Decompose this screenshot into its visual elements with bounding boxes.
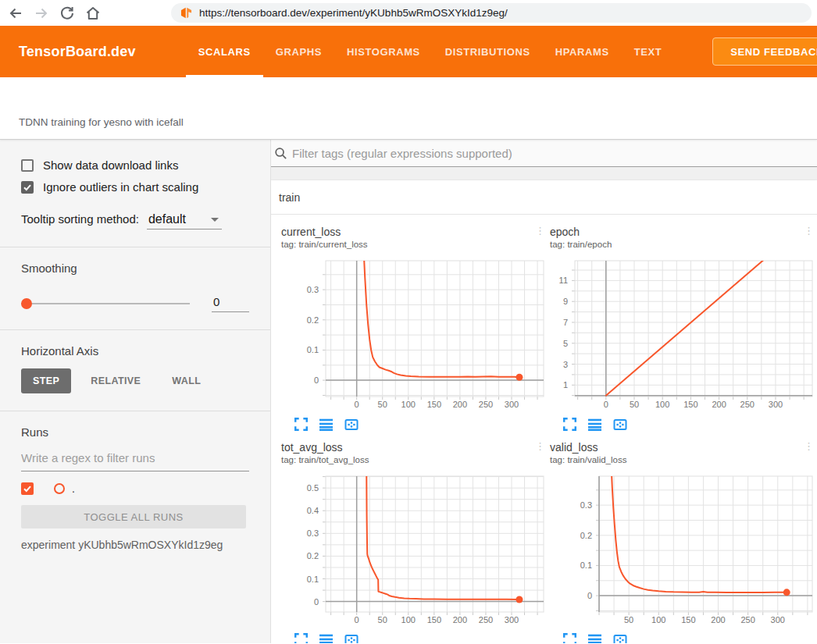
search-icon xyxy=(274,147,287,160)
fit-domain-icon[interactable] xyxy=(613,418,627,432)
chart-tag: tag: train/tot_avg_loss xyxy=(281,454,369,466)
url-bar[interactable]: https://tensorboard.dev/experiment/yKUbh… xyxy=(171,3,812,23)
fullscreen-icon[interactable] xyxy=(294,633,309,643)
log-scale-icon[interactable] xyxy=(319,633,334,643)
axis-button-relative[interactable]: RELATIVE xyxy=(79,368,152,393)
slider-thumb[interactable] xyxy=(21,298,32,309)
chart-title: tot_avg_loss xyxy=(281,441,369,454)
experiment-subtitle: TDNN training for yesno with icefall xyxy=(19,116,184,128)
tag-group-card: train current_loss tag: train/current_lo… xyxy=(271,180,817,643)
fit-domain-icon[interactable] xyxy=(344,633,359,643)
chart-tag: tag: train/current_loss xyxy=(281,239,368,251)
check-icon xyxy=(23,183,32,192)
svg-text:100: 100 xyxy=(655,400,669,409)
tab-graphs[interactable]: GRAPHS xyxy=(263,26,334,77)
fit-domain-icon[interactable] xyxy=(613,633,627,643)
chart-menu-icon[interactable]: ⋮ xyxy=(804,226,817,251)
tab-scalars[interactable]: SCALARS xyxy=(186,26,263,77)
show-download-links-checkbox[interactable] xyxy=(21,159,34,172)
horizontal-axis-button-group: STEPRELATIVEWALL xyxy=(21,368,249,393)
chart-actions xyxy=(550,633,817,643)
send-feedback-button[interactable]: SEND FEEDBACK xyxy=(712,37,817,66)
divider xyxy=(0,411,270,411)
svg-text:0: 0 xyxy=(314,375,319,385)
show-download-links-checkbox-row[interactable]: Show data download links xyxy=(21,158,249,172)
charts-grid: current_loss tag: train/current_loss ⋮ 0… xyxy=(271,215,817,643)
svg-text:0: 0 xyxy=(355,400,359,409)
svg-text:100: 100 xyxy=(401,400,416,409)
tag-filter-row xyxy=(271,140,817,167)
tag-group-header[interactable]: train xyxy=(271,180,817,215)
runs-label: Runs xyxy=(21,425,249,439)
divider xyxy=(0,247,270,247)
chart-title: epoch xyxy=(550,226,612,239)
show-download-links-label: Show data download links xyxy=(43,158,178,172)
chart-menu-icon[interactable]: ⋮ xyxy=(535,226,550,251)
back-icon[interactable] xyxy=(8,5,23,21)
svg-text:0: 0 xyxy=(314,597,319,607)
log-scale-icon[interactable] xyxy=(588,418,602,432)
chart-plot-area[interactable]: 0501001502002503001357911 xyxy=(550,257,814,413)
ignore-outliers-checkbox[interactable] xyxy=(21,181,34,194)
chart-plot-area[interactable]: 05010015020025030000.10.20.30.40.5 xyxy=(281,472,545,628)
chart-tag: tag: train/valid_loss xyxy=(550,454,626,466)
svg-text:250: 250 xyxy=(740,400,755,409)
tab-distributions[interactable]: DISTRIBUTIONS xyxy=(433,26,543,77)
smoothing-value-input[interactable]: 0 xyxy=(212,295,249,312)
svg-text:0: 0 xyxy=(587,591,592,600)
log-scale-icon[interactable] xyxy=(588,633,602,643)
svg-text:50: 50 xyxy=(378,400,387,409)
svg-text:200: 200 xyxy=(712,400,726,409)
log-scale-icon[interactable] xyxy=(319,418,334,432)
reload-icon[interactable] xyxy=(59,5,75,21)
svg-text:150: 150 xyxy=(683,400,697,409)
fullscreen-icon[interactable] xyxy=(294,418,309,432)
fullscreen-icon[interactable] xyxy=(563,633,577,643)
smoothing-slider[interactable] xyxy=(21,298,190,309)
runs-filter-input[interactable] xyxy=(21,448,249,471)
chart-actions xyxy=(550,418,817,435)
svg-text:300: 300 xyxy=(505,400,519,409)
svg-text:300: 300 xyxy=(505,615,519,624)
svg-text:250: 250 xyxy=(740,615,755,624)
svg-text:200: 200 xyxy=(711,615,725,624)
chart-menu-icon[interactable]: ⋮ xyxy=(535,441,550,466)
chart-plot-area[interactable]: 05010015020025030000.10.20.3 xyxy=(281,257,545,413)
chart-plot-area[interactable]: 5010015020025030000.10.20.3 xyxy=(550,472,814,628)
tooltip-sorting-dropdown[interactable]: default xyxy=(147,212,222,229)
scalar-chart-card-valid_loss: valid_loss tag: train/valid_loss ⋮ 50100… xyxy=(550,441,817,643)
scalar-chart-card-tot_avg_loss: tot_avg_loss tag: train/tot_avg_loss ⋮ 0… xyxy=(281,441,550,643)
slider-track[interactable] xyxy=(21,303,190,304)
svg-text:250: 250 xyxy=(479,400,493,409)
svg-text:0: 0 xyxy=(355,615,359,624)
svg-text:50: 50 xyxy=(624,615,633,624)
svg-text:0.2: 0.2 xyxy=(580,531,592,540)
app-header: TensorBoard.dev SCALARSGRAPHSHISTOGRAMSD… xyxy=(0,26,817,77)
axis-button-step[interactable]: STEP xyxy=(21,368,71,393)
fit-domain-icon[interactable] xyxy=(344,418,359,432)
axis-button-wall[interactable]: WALL xyxy=(160,368,212,393)
scalar-chart-card-current_loss: current_loss tag: train/current_loss ⋮ 0… xyxy=(281,226,550,435)
tag-filter-input[interactable] xyxy=(292,147,817,160)
svg-text:300: 300 xyxy=(771,615,785,624)
run-checkbox[interactable] xyxy=(21,482,34,495)
tab-text[interactable]: TEXT xyxy=(622,26,675,77)
chart-menu-icon[interactable]: ⋮ xyxy=(804,441,817,466)
ignore-outliers-checkbox-row[interactable]: Ignore outliers in chart scaling xyxy=(21,180,249,194)
nav-tabs: SCALARSGRAPHSHISTOGRAMSDISTRIBUTIONSHPAR… xyxy=(186,26,675,77)
forward-icon[interactable] xyxy=(34,5,49,21)
tab-histograms[interactable]: HISTOGRAMS xyxy=(334,26,433,77)
tab-hparams[interactable]: HPARAMS xyxy=(543,26,622,77)
svg-text:150: 150 xyxy=(427,400,441,409)
scalar-chart-card-epoch: epoch tag: train/epoch ⋮ 050100150200250… xyxy=(550,226,817,435)
toggle-all-runs-button[interactable]: TOGGLE ALL RUNS xyxy=(21,505,246,528)
svg-text:0.1: 0.1 xyxy=(307,575,319,584)
svg-text:0.4: 0.4 xyxy=(307,506,319,515)
chart-actions xyxy=(281,633,550,643)
fullscreen-icon[interactable] xyxy=(563,418,577,432)
svg-text:150: 150 xyxy=(427,615,441,624)
svg-text:0.3: 0.3 xyxy=(307,285,319,294)
svg-text:0.3: 0.3 xyxy=(580,500,592,510)
chart-tag: tag: train/epoch xyxy=(550,239,612,251)
home-icon[interactable] xyxy=(85,5,101,21)
